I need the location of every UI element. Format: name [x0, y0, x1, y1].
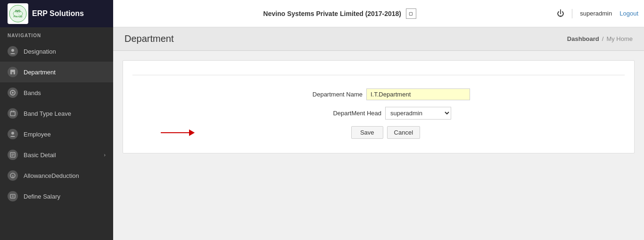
- breadcrumb-dashboard[interactable]: Dashboard: [567, 35, 599, 42]
- logout-link[interactable]: Logout: [619, 10, 638, 17]
- svg-rect-20: [10, 194, 15, 198]
- employee-icon: [8, 129, 18, 139]
- form-actions: Save Cancel: [132, 126, 625, 139]
- allowance-deduction-icon: $: [8, 170, 18, 181]
- define-salary-label: Define Salary: [24, 193, 60, 200]
- sidebar-item-define-salary[interactable]: Define Salary: [0, 186, 113, 207]
- basic-detail-label: Basic Detail: [24, 152, 56, 159]
- arrow-indicator: [161, 129, 195, 136]
- band-type-leave-label: Band Type Leave: [24, 110, 71, 117]
- username: superadmin: [580, 10, 612, 17]
- breadcrumb-separator: /: [602, 35, 604, 42]
- top-right-actions: ⏻ superadmin Logout: [557, 9, 638, 18]
- basic-detail-icon: [8, 150, 18, 160]
- breadcrumb-myhome: My Home: [606, 35, 633, 42]
- company-name: Nevino Systems Private Limited (2017-201…: [263, 8, 416, 19]
- department-head-label: DepartMent Head: [306, 110, 381, 117]
- svg-point-13: [11, 132, 14, 135]
- svg-text:$: $: [12, 174, 14, 178]
- cancel-button[interactable]: Cancel: [387, 126, 420, 139]
- sidebar-item-allowance-deduction[interactable]: $ AllowanceDeduction: [0, 165, 113, 186]
- sidebar: NAVIGATION Designation Department Bands …: [0, 27, 113, 240]
- sidebar-item-designation[interactable]: Designation: [0, 41, 113, 62]
- page-header: Department Dashboard / My Home: [113, 27, 644, 51]
- page-title: Department: [124, 33, 174, 44]
- form-card: Department Name DepartMent Head superadm…: [123, 60, 635, 153]
- form-divider: [132, 75, 625, 75]
- main-layout: NAVIGATION Designation Department Bands …: [0, 27, 644, 240]
- band-type-leave-icon: [8, 108, 18, 119]
- form-container: Department Name DepartMent Head superadm…: [113, 51, 644, 240]
- svg-point-9: [12, 92, 14, 94]
- divider: [572, 9, 572, 18]
- allowance-deduction-label: AllowanceDeduction: [24, 172, 79, 179]
- department-icon: [8, 67, 18, 77]
- arrow-line: [161, 132, 189, 133]
- sidebar-item-band-type-leave[interactable]: Band Type Leave: [0, 103, 113, 124]
- power-icon[interactable]: ⏻: [557, 9, 564, 18]
- sidebar-item-employee[interactable]: Employee: [0, 124, 113, 144]
- department-name-label: Department Name: [287, 91, 363, 98]
- content-area: Department Dashboard / My Home Departmen…: [113, 27, 644, 240]
- svg-rect-7: [12, 72, 14, 74]
- department-head-row: DepartMent Head superadmin: [132, 107, 625, 120]
- department-name-row: Department Name: [132, 88, 625, 100]
- sidebar-item-basic-detail[interactable]: Basic Detail ›: [0, 144, 113, 165]
- svg-rect-10: [10, 112, 15, 116]
- save-button[interactable]: Save: [351, 126, 383, 139]
- department-head-select[interactable]: superadmin: [385, 107, 451, 120]
- app-title: ERP Solutions: [32, 9, 84, 18]
- logo-icon: NS Pvt. Ltd: [8, 3, 28, 24]
- svg-point-5: [11, 49, 14, 52]
- basic-detail-chevron: ›: [104, 152, 106, 158]
- designation-label: Designation: [24, 48, 56, 55]
- bands-label: Bands: [24, 89, 41, 96]
- arrow-head: [189, 129, 195, 136]
- sidebar-item-bands[interactable]: Bands: [0, 82, 113, 103]
- nav-label: NAVIGATION: [0, 27, 113, 41]
- logo-area: NS Pvt. Ltd ERP Solutions: [0, 0, 113, 27]
- sidebar-item-department[interactable]: Department: [0, 62, 113, 82]
- department-name-input[interactable]: [366, 88, 470, 100]
- designation-icon: [8, 46, 18, 56]
- bands-icon: [8, 88, 18, 98]
- breadcrumb: Dashboard / My Home: [567, 35, 633, 42]
- employee-label: Employee: [24, 131, 51, 138]
- top-bar: NS Pvt. Ltd ERP Solutions Nevino Systems…: [0, 0, 644, 27]
- define-salary-icon: [8, 191, 18, 201]
- company-icon[interactable]: ▢: [406, 8, 416, 19]
- department-label: Department: [24, 69, 56, 76]
